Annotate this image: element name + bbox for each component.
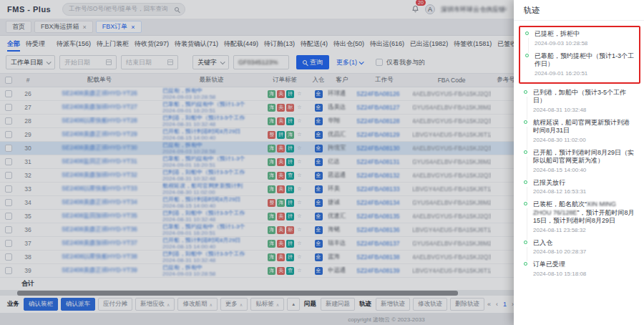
work-no-link[interactable]: SZ24FBA08135 — [356, 213, 399, 220]
work-no-link[interactable]: SZ24FBA08129 — [356, 131, 399, 138]
toolbar-button[interactable]: 新增应收∧ — [135, 298, 175, 311]
status-tab[interactable]: 待装货确认(71) — [175, 37, 218, 52]
avatar[interactable]: A — [425, 4, 435, 14]
work-no-link[interactable]: SZ24FBA08130 — [356, 145, 399, 152]
status-tab[interactable]: 待出运(616) — [370, 37, 404, 52]
consign-no-link[interactable]: SE2408盐田加班HYD-YT35 — [62, 212, 137, 219]
consign-no-link[interactable]: SE2408以星快船HYD-YT28 — [62, 117, 137, 124]
global-search-input[interactable]: 工作号/SO号/柜号/提单号，回车查询 — [62, 3, 185, 16]
work-no-link[interactable]: SZ24FBA08138 — [356, 253, 399, 261]
status-tab[interactable]: 待出仓(50) — [333, 37, 364, 52]
start-date-input[interactable]: 开始日期 — [59, 55, 117, 69]
toolbar-button[interactable]: 应付分摊 — [98, 298, 132, 311]
select-all-checkbox[interactable] — [5, 77, 12, 84]
status-tab[interactable]: 待配载(449) — [224, 37, 258, 52]
company-name[interactable]: 深圳市环球云仓供应链有限公司 — [441, 5, 507, 14]
row-checkbox[interactable] — [5, 199, 12, 206]
work-no-link[interactable]: SZ24FBA08132 — [356, 172, 399, 179]
table-row[interactable]: 30SE2408美森正班HYD-YT30已提柜，拆柜中2024-09-03 10… — [0, 142, 514, 155]
toolbar-button[interactable]: 更多∧ — [220, 298, 248, 311]
table-row[interactable]: 32SE2408美森加班HYD-YT32已到港，卸船中（预计3-5个工作2024… — [0, 169, 514, 183]
row-checkbox[interactable] — [5, 226, 12, 233]
row-checkbox[interactable] — [5, 145, 12, 152]
date-type-select[interactable]: 工作单日期 — [6, 55, 55, 69]
row-checkbox[interactable] — [5, 172, 12, 179]
horizontal-scrollbar[interactable] — [0, 291, 514, 296]
work-no-link[interactable]: SZ24FBA08133 — [356, 185, 399, 193]
work-no-link[interactable]: SZ24FBA08126 — [356, 90, 399, 97]
work-no-link[interactable]: SZ24FBA08136 — [356, 226, 399, 233]
scrollbar-thumb[interactable] — [17, 291, 458, 296]
status-tab[interactable]: 待配送(4) — [301, 37, 328, 52]
collapse-toolbar-button[interactable]: ▲ — [287, 298, 300, 311]
row-checkbox[interactable] — [5, 90, 12, 97]
work-no-link[interactable]: SZ24FBA08131 — [356, 158, 399, 165]
row-checkbox[interactable] — [5, 104, 12, 111]
status-tab[interactable]: 全部 — [7, 37, 20, 52]
only-mine-checkbox[interactable] — [376, 59, 383, 66]
table-row[interactable]: 38SE2408以星快船HYD-YT38已到港，卸船中（预计3-5个工作2024… — [0, 251, 514, 264]
work-no-link[interactable]: SZ24FBA08139 — [356, 267, 399, 274]
row-checkbox[interactable] — [5, 267, 12, 274]
status-tab[interactable]: 待订舱(13) — [264, 37, 295, 52]
prev-page-button[interactable]: ‹ — [496, 301, 498, 308]
notifications-button[interactable]: 20 — [411, 3, 419, 16]
consign-no-link[interactable]: SE2408美森正班HYD-YT30 — [62, 144, 137, 151]
consign-no-link[interactable]: SE2408以星快船HYD-YT33 — [62, 185, 137, 192]
status-tab[interactable]: 待派车(156) — [57, 37, 91, 52]
more-filters-button[interactable]: 更多(1) — [333, 58, 366, 67]
consign-no-link[interactable]: SE2408盐田正班HYD-YT31 — [62, 157, 137, 165]
table-row[interactable]: 36SE2408美森正班HYD-YT36已靠船，预约提柜中（预计1-3个2024… — [0, 223, 514, 237]
status-tab[interactable]: 待收货(297) — [135, 37, 169, 52]
consign-no-link[interactable]: SE2408美森加班HYD-YT32 — [62, 171, 137, 178]
consign-no-link[interactable]: SE2408以星快船HYD-YT38 — [62, 253, 137, 260]
search-button[interactable]: 查询 — [296, 55, 329, 69]
row-checkbox[interactable] — [5, 185, 12, 193]
consign-no-link[interactable]: SE2408美森正班HYD-YT34 — [62, 198, 137, 205]
first-page-button[interactable]: « — [487, 301, 491, 308]
consign-no-link[interactable]: SE2408美森加班HYD-YT37 — [62, 239, 137, 246]
keyword-input[interactable]: GF0345123% — [233, 55, 289, 69]
toolbar-button[interactable]: 删除轨迹 — [450, 298, 484, 311]
end-date-input[interactable]: 结束日期 — [121, 55, 178, 69]
table-row[interactable]: 29SE2408美森正班HYD-YT29已开船，预计到港时间8月29日2024-… — [0, 128, 514, 142]
toolbar-button[interactable]: 新建问题 — [321, 298, 355, 311]
consign-no-link[interactable]: SE2408美森正班HYD-YT36 — [62, 225, 137, 233]
work-no-link[interactable]: SZ24FBA08134 — [356, 199, 399, 206]
keyword-type-select[interactable]: 关键字 — [192, 55, 229, 69]
table-row[interactable]: 34SE2408美森正班HYD-YT34已开船，预计到港时间8月29日2024-… — [0, 196, 514, 210]
toolbar-button[interactable]: 贴标签∧ — [250, 298, 284, 311]
table-row[interactable]: 28SE2408以星快船HYD-YT28已到港，卸船中（预计3-5个工作2024… — [0, 115, 514, 128]
row-checkbox[interactable] — [5, 213, 12, 220]
consign-no-link[interactable]: SE2408美森正班HYD-YT39 — [62, 266, 137, 273]
row-checkbox[interactable] — [5, 158, 12, 165]
table-row[interactable]: 31SE2408盐田正班HYD-YT31已靠船，预约提柜中（预计1-3个2024… — [0, 155, 514, 169]
row-checkbox[interactable] — [5, 253, 12, 261]
page-number[interactable]: 1 — [503, 301, 507, 308]
consign-no-link[interactable]: SE2408美森正班HYD-YT29 — [62, 130, 137, 137]
work-no-link[interactable]: SZ24FBA08128 — [356, 117, 399, 125]
work-no-link[interactable]: SZ24FBA08137 — [356, 240, 399, 247]
status-tab[interactable]: 已签收(6091) — [497, 37, 514, 52]
toolbar-button[interactable]: 修改轨迹 — [413, 298, 447, 311]
status-tab[interactable]: 待受理 — [26, 37, 45, 52]
work-no-link[interactable]: SZ24FBA08127 — [356, 104, 399, 111]
tab-home[interactable]: 首页 — [6, 21, 31, 33]
close-icon[interactable]: × — [131, 24, 135, 31]
close-icon[interactable]: × — [83, 24, 87, 31]
status-tab[interactable]: 待上门装柜 — [97, 37, 129, 52]
row-checkbox[interactable] — [5, 131, 12, 138]
row-checkbox[interactable] — [5, 117, 12, 125]
table-row[interactable]: 39SE2408美森正班HYD-YT39已提柜，拆柜中2024-09-03 10… — [0, 264, 514, 278]
table-row[interactable]: 26SE2408美森正班HYD-YT26已提柜，拆柜中2024-09-03 10… — [0, 87, 514, 101]
table-row[interactable]: 27SE2408美森加班HYD-YT27已靠船，预约提柜中（预计1-3个2024… — [0, 101, 514, 115]
tab-page-1[interactable]: FBX海运拼箱× — [34, 21, 93, 33]
toolbar-button[interactable]: 修改船期∧ — [177, 298, 217, 311]
toolbar-button[interactable]: 确认装柜 — [24, 298, 58, 311]
consign-no-link[interactable]: SE2408美森加班HYD-YT27 — [62, 103, 137, 110]
toolbar-button[interactable]: 确认派车 — [61, 298, 95, 311]
table-row[interactable]: 37SE2408美森加班HYD-YT37已开船，预计到港时间8月29日2024-… — [0, 237, 514, 251]
consign-no-link[interactable]: SE2408美森正班HYD-YT26 — [62, 89, 137, 97]
tab-page-2[interactable]: FBX订单× — [96, 21, 142, 33]
table-row[interactable]: 33SE2408以星快船HYD-YT33航程延误，船司官网更新预计到2024-0… — [0, 183, 514, 196]
